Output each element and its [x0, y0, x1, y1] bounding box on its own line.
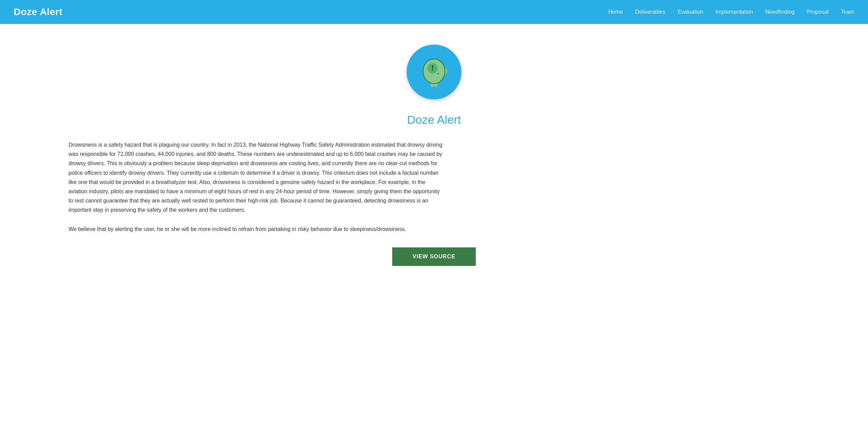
nav-link-team[interactable]: Team [841, 9, 854, 15]
nav-item-deliverables[interactable]: Deliverables [635, 9, 665, 15]
nav-item-team[interactable]: Team [841, 9, 854, 15]
view-source-button[interactable]: VIEW SOURCE [392, 247, 476, 266]
content-paragraph-2: We believe that by alerting the user, he… [69, 224, 445, 234]
nav-item-home[interactable]: Home [608, 9, 623, 15]
view-source-container: VIEW SOURCE [69, 247, 799, 266]
navbar: Doze Alert Home Deliverables Evaluation … [0, 0, 868, 24]
nav-link-deliverables[interactable]: Deliverables [635, 9, 665, 15]
nav-links: Home Deliverables Evaluation Implementat… [608, 9, 854, 15]
nav-link-home[interactable]: Home [608, 9, 623, 15]
logo-container: ! [69, 45, 799, 99]
logo-circle: ! [407, 45, 461, 99]
logo-icon: ! [415, 53, 453, 91]
nav-link-evaluation[interactable]: Evaluation [678, 9, 703, 15]
svg-point-7 [437, 73, 439, 74]
nav-item-implementation[interactable]: Implementation [716, 9, 753, 15]
nav-item-proposal[interactable]: Proposal [807, 9, 829, 15]
page-title: Doze Alert [69, 113, 799, 126]
svg-text:!: ! [431, 64, 434, 72]
nav-link-implementation[interactable]: Implementation [716, 9, 753, 15]
content-paragraph-1: Drowsiness is a safety hazard that is pl… [69, 140, 445, 215]
main-content: ! Doze Alert Drowsiness is a safety haza… [0, 24, 868, 429]
nav-link-needfinding[interactable]: Needfinding [765, 9, 794, 15]
nav-brand[interactable]: Doze Alert [14, 7, 62, 17]
nav-item-evaluation[interactable]: Evaluation [678, 9, 703, 15]
nav-link-proposal[interactable]: Proposal [807, 9, 829, 15]
nav-item-needfinding[interactable]: Needfinding [765, 9, 794, 15]
